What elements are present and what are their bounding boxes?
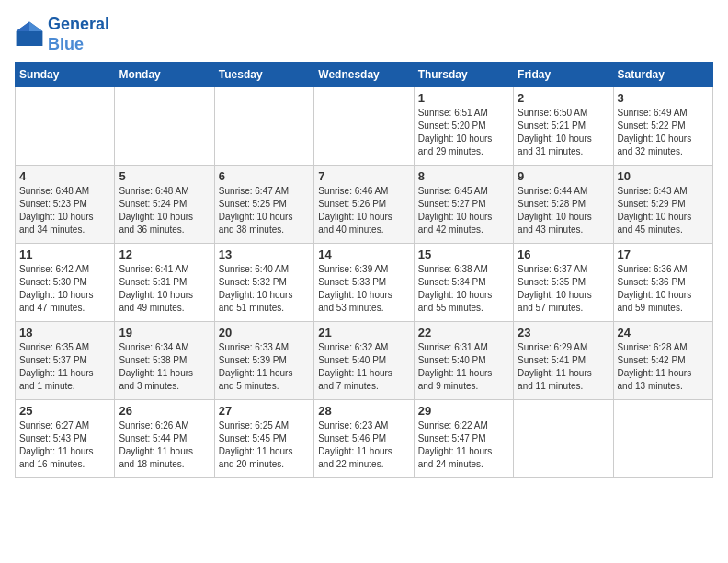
calendar-cell: 1Sunrise: 6:51 AMSunset: 5:20 PMDaylight… [414, 87, 513, 166]
day-info: Sunrise: 6:47 AMSunset: 5:25 PMDaylight:… [219, 185, 310, 236]
calendar-cell [16, 87, 115, 166]
day-number: 28 [318, 404, 409, 418]
day-number: 5 [119, 169, 210, 183]
weekday-monday: Monday [115, 63, 214, 87]
calendar-cell: 7Sunrise: 6:46 AMSunset: 5:26 PMDaylight… [314, 166, 414, 244]
day-info: Sunrise: 6:43 AMSunset: 5:29 PMDaylight:… [618, 185, 709, 236]
calendar-cell: 12Sunrise: 6:41 AMSunset: 5:31 PMDayligh… [115, 244, 214, 322]
day-info: Sunrise: 6:26 AMSunset: 5:44 PMDaylight:… [119, 419, 210, 471]
day-number: 11 [19, 247, 110, 261]
page-header: General Blue [15, 15, 713, 54]
day-number: 15 [418, 247, 509, 261]
calendar-cell [613, 400, 712, 478]
day-number: 23 [518, 326, 609, 339]
day-number: 2 [518, 91, 609, 105]
day-number: 4 [19, 169, 110, 183]
day-info: Sunrise: 6:22 AMSunset: 5:47 PMDaylight:… [418, 419, 509, 471]
week-row-3: 11Sunrise: 6:42 AMSunset: 5:30 PMDayligh… [16, 244, 713, 322]
calendar-cell: 19Sunrise: 6:34 AMSunset: 5:38 PMDayligh… [115, 322, 214, 400]
day-number: 1 [418, 91, 509, 105]
weekday-friday: Friday [514, 63, 613, 87]
calendar-cell: 14Sunrise: 6:39 AMSunset: 5:33 PMDayligh… [314, 244, 414, 322]
calendar-cell: 3Sunrise: 6:49 AMSunset: 5:22 PMDaylight… [613, 87, 712, 166]
day-info: Sunrise: 6:37 AMSunset: 5:35 PMDaylight:… [518, 263, 609, 315]
week-row-4: 18Sunrise: 6:35 AMSunset: 5:37 PMDayligh… [16, 322, 713, 400]
calendar-cell [115, 87, 214, 166]
weekday-thursday: Thursday [414, 63, 513, 87]
calendar-cell: 11Sunrise: 6:42 AMSunset: 5:30 PMDayligh… [16, 244, 115, 322]
day-info: Sunrise: 6:50 AMSunset: 5:21 PMDaylight:… [518, 107, 609, 158]
calendar-cell: 5Sunrise: 6:48 AMSunset: 5:24 PMDaylight… [115, 166, 214, 244]
day-info: Sunrise: 6:28 AMSunset: 5:42 PMDaylight:… [618, 341, 709, 393]
day-number: 14 [318, 247, 409, 261]
day-number: 12 [119, 247, 210, 261]
calendar-cell: 26Sunrise: 6:26 AMSunset: 5:44 PMDayligh… [115, 400, 214, 478]
weekday-tuesday: Tuesday [214, 63, 313, 87]
calendar-cell: 6Sunrise: 6:47 AMSunset: 5:25 PMDaylight… [214, 166, 313, 244]
calendar-cell: 24Sunrise: 6:28 AMSunset: 5:42 PMDayligh… [613, 322, 712, 400]
day-info: Sunrise: 6:48 AMSunset: 5:24 PMDaylight:… [119, 185, 210, 236]
calendar-cell: 25Sunrise: 6:27 AMSunset: 5:43 PMDayligh… [16, 400, 115, 478]
logo: General Blue [15, 15, 109, 54]
calendar-cell: 10Sunrise: 6:43 AMSunset: 5:29 PMDayligh… [613, 166, 712, 244]
day-info: Sunrise: 6:33 AMSunset: 5:39 PMDaylight:… [219, 341, 310, 393]
week-row-2: 4Sunrise: 6:48 AMSunset: 5:23 PMDaylight… [16, 166, 713, 244]
calendar-cell: 20Sunrise: 6:33 AMSunset: 5:39 PMDayligh… [214, 322, 313, 400]
week-row-1: 1Sunrise: 6:51 AMSunset: 5:20 PMDaylight… [16, 87, 713, 166]
day-number: 16 [518, 247, 609, 261]
calendar-cell: 23Sunrise: 6:29 AMSunset: 5:41 PMDayligh… [514, 322, 613, 400]
calendar-cell: 4Sunrise: 6:48 AMSunset: 5:23 PMDaylight… [16, 166, 115, 244]
calendar-cell [214, 87, 313, 166]
calendar-cell: 17Sunrise: 6:36 AMSunset: 5:36 PMDayligh… [613, 244, 712, 322]
day-number: 25 [19, 404, 110, 418]
calendar-cell: 27Sunrise: 6:25 AMSunset: 5:45 PMDayligh… [214, 400, 313, 478]
calendar-cell: 28Sunrise: 6:23 AMSunset: 5:46 PMDayligh… [314, 400, 414, 478]
calendar-cell: 15Sunrise: 6:38 AMSunset: 5:34 PMDayligh… [414, 244, 513, 322]
day-number: 29 [418, 404, 509, 418]
day-number: 8 [418, 169, 509, 183]
day-info: Sunrise: 6:27 AMSunset: 5:43 PMDaylight:… [19, 419, 110, 471]
day-info: Sunrise: 6:38 AMSunset: 5:34 PMDaylight:… [418, 263, 509, 315]
calendar-cell: 16Sunrise: 6:37 AMSunset: 5:35 PMDayligh… [514, 244, 613, 322]
day-number: 6 [219, 169, 310, 183]
calendar-cell: 2Sunrise: 6:50 AMSunset: 5:21 PMDaylight… [514, 87, 613, 166]
day-number: 7 [318, 169, 409, 183]
day-info: Sunrise: 6:39 AMSunset: 5:33 PMDaylight:… [318, 263, 409, 315]
day-number: 21 [318, 326, 409, 339]
day-info: Sunrise: 6:49 AMSunset: 5:22 PMDaylight:… [618, 107, 709, 158]
day-info: Sunrise: 6:40 AMSunset: 5:32 PMDaylight:… [219, 263, 310, 315]
day-info: Sunrise: 6:25 AMSunset: 5:45 PMDaylight:… [219, 419, 310, 471]
calendar-table: SundayMondayTuesdayWednesdayThursdayFrid… [15, 62, 713, 478]
weekday-header-row: SundayMondayTuesdayWednesdayThursdayFrid… [16, 63, 713, 87]
day-info: Sunrise: 6:35 AMSunset: 5:37 PMDaylight:… [19, 341, 110, 393]
day-info: Sunrise: 6:41 AMSunset: 5:31 PMDaylight:… [119, 263, 210, 315]
svg-marker-2 [17, 21, 29, 30]
day-info: Sunrise: 6:45 AMSunset: 5:27 PMDaylight:… [418, 185, 509, 236]
day-number: 24 [618, 326, 709, 339]
svg-marker-1 [29, 21, 42, 30]
day-number: 18 [19, 326, 110, 339]
logo-text: General Blue [48, 15, 109, 54]
calendar-cell [314, 87, 414, 166]
day-number: 9 [518, 169, 609, 183]
day-info: Sunrise: 6:31 AMSunset: 5:40 PMDaylight:… [418, 341, 509, 393]
day-info: Sunrise: 6:29 AMSunset: 5:41 PMDaylight:… [518, 341, 609, 393]
day-info: Sunrise: 6:46 AMSunset: 5:26 PMDaylight:… [318, 185, 409, 236]
calendar-cell: 21Sunrise: 6:32 AMSunset: 5:40 PMDayligh… [314, 322, 414, 400]
day-info: Sunrise: 6:44 AMSunset: 5:28 PMDaylight:… [518, 185, 609, 236]
day-number: 19 [119, 326, 210, 339]
day-number: 17 [618, 247, 709, 261]
day-number: 26 [119, 404, 210, 418]
calendar-cell: 29Sunrise: 6:22 AMSunset: 5:47 PMDayligh… [414, 400, 513, 478]
day-info: Sunrise: 6:32 AMSunset: 5:40 PMDaylight:… [318, 341, 409, 393]
day-number: 3 [618, 91, 709, 105]
day-info: Sunrise: 6:51 AMSunset: 5:20 PMDaylight:… [418, 107, 509, 158]
day-info: Sunrise: 6:48 AMSunset: 5:23 PMDaylight:… [19, 185, 110, 236]
week-row-5: 25Sunrise: 6:27 AMSunset: 5:43 PMDayligh… [16, 400, 713, 478]
calendar-cell: 18Sunrise: 6:35 AMSunset: 5:37 PMDayligh… [16, 322, 115, 400]
day-number: 10 [618, 169, 709, 183]
day-number: 22 [418, 326, 509, 339]
calendar-cell: 13Sunrise: 6:40 AMSunset: 5:32 PMDayligh… [214, 244, 313, 322]
calendar-cell [514, 400, 613, 478]
day-number: 20 [219, 326, 310, 339]
